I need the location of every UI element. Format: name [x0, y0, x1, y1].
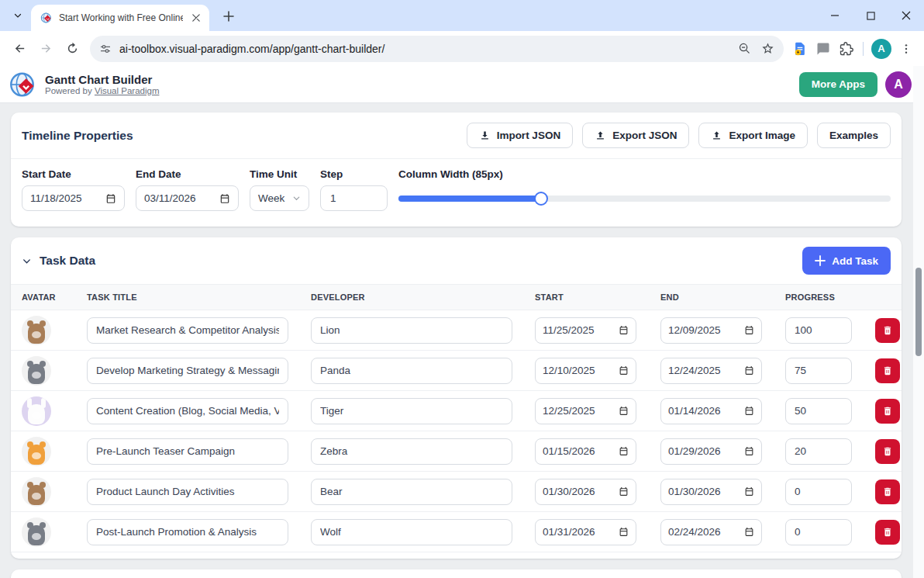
task-title-input[interactable] [87, 479, 288, 505]
new-tab-button[interactable] [219, 6, 239, 26]
task-end-date-input[interactable]: 01/14/2026 [660, 398, 762, 424]
task-title-input[interactable] [87, 358, 288, 384]
window-minimize-button[interactable] [817, 0, 853, 31]
docs-offline-extension-button[interactable] [788, 37, 812, 61]
time-unit-select[interactable]: Week [250, 185, 309, 211]
timeline-properties-card: Timeline Properties Import JSON Export J… [11, 112, 902, 227]
calendar-icon [619, 365, 629, 376]
task-title-input[interactable] [87, 438, 288, 465]
delete-task-button[interactable] [875, 439, 900, 464]
minimize-icon [830, 11, 840, 20]
more-apps-button[interactable]: More Apps [799, 72, 877, 97]
page-scrollbar[interactable] [913, 66, 924, 578]
forward-button[interactable] [33, 36, 59, 62]
plus-icon [815, 255, 826, 266]
progress-input[interactable] [785, 479, 852, 505]
progress-input[interactable] [785, 438, 852, 465]
calendar-icon [619, 486, 629, 497]
start-date-input[interactable]: 11/18/2025 [22, 185, 125, 211]
delete-task-button[interactable] [875, 358, 900, 383]
browser-menu-button[interactable] [895, 37, 918, 61]
tab-close-button[interactable] [189, 11, 203, 25]
chat-extension-button[interactable] [812, 37, 835, 61]
task-end-date-input[interactable]: 01/30/2026 [660, 479, 762, 505]
back-arrow-icon [13, 42, 26, 55]
calendar-icon [619, 325, 629, 335]
task-start-date-input[interactable]: 12/25/2025 [535, 398, 636, 424]
task-row: 01/31/2026 02/24/2026 [11, 512, 902, 552]
slider-track[interactable] [398, 196, 891, 202]
export-image-button[interactable]: Export Image [698, 123, 808, 148]
timeline-properties-title: Timeline Properties [22, 129, 133, 143]
progress-input[interactable] [785, 519, 852, 545]
examples-button[interactable]: Examples [817, 123, 891, 148]
zoom-out-button[interactable] [733, 38, 756, 60]
close-icon [902, 11, 911, 20]
wolf-avatar-icon [28, 525, 45, 545]
end-date-input[interactable]: 03/11/2026 [136, 185, 239, 211]
task-start-date-input[interactable]: 01/15/2026 [535, 438, 636, 465]
developer-input[interactable] [311, 317, 512, 344]
task-data-collapse-toggle[interactable]: Task Data [22, 254, 95, 268]
progress-input[interactable] [785, 317, 852, 344]
extensions-button[interactable] [835, 37, 858, 61]
task-row: 11/25/2025 12/09/2025 [11, 310, 902, 351]
column-header-end: END [650, 292, 774, 302]
task-end-date-input[interactable]: 12/24/2025 [660, 358, 762, 384]
calendar-icon [105, 193, 116, 204]
calendar-icon [619, 527, 629, 537]
task-end-date-input[interactable]: 02/24/2026 [660, 519, 762, 545]
slider-fill-and-thumb[interactable] [398, 196, 541, 202]
task-row: 12/10/2025 12/24/2025 [11, 351, 902, 391]
visual-paradigm-link[interactable]: Visual Paradigm [95, 86, 160, 95]
developer-input[interactable] [311, 479, 512, 505]
star-icon [761, 42, 774, 55]
add-task-button[interactable]: Add Task [802, 247, 891, 275]
browser-profile-avatar[interactable]: A [871, 39, 891, 59]
scrollbar-thumb[interactable] [915, 268, 922, 356]
developer-input[interactable] [311, 398, 512, 424]
trash-icon [882, 325, 893, 336]
window-close-button[interactable] [888, 0, 924, 31]
progress-input[interactable] [785, 398, 852, 424]
progress-input[interactable] [785, 358, 852, 384]
column-width-slider[interactable] [398, 185, 891, 211]
chevron-down-icon [13, 11, 22, 20]
delete-task-button[interactable] [875, 399, 900, 424]
task-start-date-input[interactable]: 11/25/2025 [535, 317, 636, 344]
bookmark-button[interactable] [756, 38, 779, 60]
task-end-date-input[interactable]: 01/29/2026 [660, 438, 762, 465]
task-title-input[interactable] [87, 317, 288, 344]
bear-avatar-icon [28, 485, 45, 505]
developer-input[interactable] [311, 438, 512, 465]
task-row: 01/30/2026 01/30/2026 [11, 472, 902, 512]
task-title-input[interactable] [87, 398, 288, 424]
tab-search-button[interactable] [8, 5, 28, 26]
export-json-button[interactable]: Export JSON [582, 123, 689, 148]
app-title: Gantt Chart Builder [45, 73, 159, 86]
delete-task-button[interactable] [875, 479, 900, 504]
task-title-input[interactable] [87, 519, 288, 545]
task-start-date-input[interactable]: 01/31/2026 [535, 519, 636, 545]
developer-input[interactable] [311, 519, 512, 545]
app-header: Gantt Chart Builder Powered by Visual Pa… [0, 66, 924, 103]
calendar-icon [619, 446, 629, 456]
task-start-date-input[interactable]: 12/10/2025 [535, 358, 636, 384]
user-avatar[interactable]: A [885, 71, 912, 98]
address-bar[interactable]: ai-toolbox.visual-paradigm.com/app/gantt… [90, 36, 784, 62]
back-button[interactable] [6, 36, 33, 62]
task-start-date-input[interactable]: 01/30/2026 [535, 479, 636, 505]
browser-tab[interactable]: Start Working with Free Online [31, 5, 209, 31]
trash-icon [882, 527, 893, 538]
developer-input[interactable] [311, 358, 512, 384]
task-row: 12/25/2025 01/14/2026 [11, 391, 902, 431]
window-maximize-button[interactable] [853, 0, 888, 31]
end-date-label: End Date [136, 168, 239, 180]
delete-task-button[interactable] [875, 318, 900, 343]
delete-task-button[interactable] [875, 520, 900, 545]
reload-button[interactable] [59, 36, 85, 62]
import-json-button[interactable]: Import JSON [467, 123, 574, 148]
task-end-date-input[interactable]: 12/09/2025 [660, 317, 762, 344]
zoom-out-icon [738, 42, 751, 55]
step-input[interactable] [320, 185, 388, 211]
